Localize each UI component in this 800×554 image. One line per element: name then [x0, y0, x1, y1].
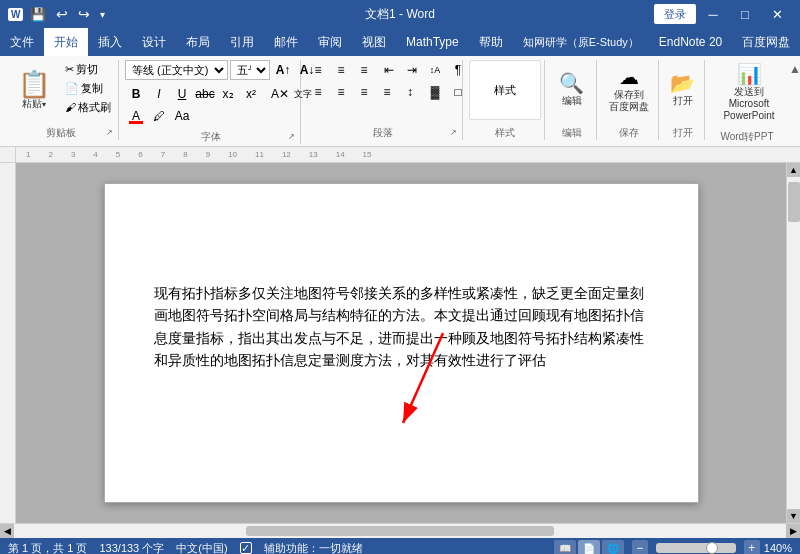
paragraph-content: ≡ ≡ ≡ ⇤ ⇥ ↕A ¶ ≡ ≡ ≡ ≡ ↕ ▓ □ — [307, 60, 458, 122]
vertical-ruler — [0, 163, 16, 523]
ruler-mark-6: 6 — [138, 150, 142, 159]
numbering-button[interactable]: ≡ — [330, 60, 352, 80]
subscript-button[interactable]: x₂ — [217, 84, 239, 104]
font-format-row: B I U abc x₂ x² A✕ 文字 — [125, 84, 314, 104]
justify-button[interactable]: ≡ — [376, 82, 398, 102]
scroll-right-button[interactable]: ▶ — [786, 524, 800, 538]
ruler-mark-8: 8 — [183, 150, 187, 159]
menu-review[interactable]: 审阅 — [308, 28, 352, 56]
menu-layout[interactable]: 布局 — [176, 28, 220, 56]
copy-button[interactable]: 📄 复制 — [62, 79, 114, 97]
align-center-button[interactable]: ≡ — [330, 82, 352, 102]
login-button[interactable]: 登录 — [654, 4, 696, 24]
menu-mathtype[interactable]: MathType — [396, 28, 469, 56]
menu-endnote[interactable]: EndNote 20 — [649, 28, 732, 56]
ribbon-collapse-button[interactable]: ▲ — [789, 62, 800, 76]
highlight-button[interactable]: 🖊 — [148, 106, 170, 126]
font-family-select[interactable]: 等线 (正文中文) — [125, 60, 228, 80]
save-to-baidu-button[interactable]: ☁ 保存到百度网盘 — [601, 60, 657, 120]
menu-help[interactable]: 帮助 — [469, 28, 513, 56]
line-spacing-button[interactable]: ↕ — [399, 82, 421, 102]
spelling-check-icon[interactable]: ✓ — [240, 542, 252, 554]
paste-button[interactable]: 📋 粘贴▾ — [8, 60, 60, 122]
restore-button[interactable]: □ — [730, 4, 760, 24]
menu-references[interactable]: 引用 — [220, 28, 264, 56]
ruler-mark-11: 11 — [255, 150, 264, 159]
send-to-ppt-button[interactable]: 📊 发送到Microsoft PowerPoint — [711, 60, 787, 126]
horizontal-scroll-thumb[interactable] — [246, 526, 555, 536]
clipboard-expand[interactable]: ↗ — [106, 128, 116, 138]
scroll-down-button[interactable]: ▼ — [787, 509, 801, 523]
clear-format-button[interactable]: A✕ — [269, 84, 291, 104]
word-icon: W — [8, 8, 23, 21]
ribbon-collapse-area: ▲ — [789, 60, 800, 76]
document-scroll-area[interactable]: 现有拓扑指标多仅关注地图符号邻接关系的多样性或紧凑性，缺乏更全面定量刻画地图符号… — [16, 163, 786, 523]
paste-label: 粘贴▾ — [22, 97, 46, 111]
language[interactable]: 中文(中国) — [176, 541, 227, 555]
format-painter-button[interactable]: 🖌 格式刷 — [62, 98, 114, 116]
menu-baidu[interactable]: 百度网盘 — [732, 28, 800, 56]
close-button[interactable]: ✕ — [762, 4, 792, 24]
styles-gallery[interactable]: 样式 — [469, 60, 541, 120]
menu-design[interactable]: 设计 — [132, 28, 176, 56]
zoom-slider[interactable] — [656, 543, 736, 553]
vertical-scrollbar[interactable]: ▲ ▼ — [786, 163, 800, 523]
menu-file[interactable]: 文件 — [0, 28, 44, 56]
zoom-in-button[interactable]: + — [744, 540, 760, 554]
minimize-button[interactable]: ─ — [698, 4, 728, 24]
menu-cnki[interactable]: 知网研学（原E-Study） — [513, 28, 649, 56]
zoom-thumb — [706, 542, 718, 554]
bullets-button[interactable]: ≡ — [307, 60, 329, 80]
decrease-indent-button[interactable]: ⇤ — [378, 60, 400, 80]
editing-button[interactable]: 🔍 编辑 — [551, 60, 592, 120]
undo-quick-btn[interactable]: ↩ — [53, 4, 71, 24]
font-increase-btn[interactable]: A↑ — [272, 60, 294, 80]
menu-insert[interactable]: 插入 — [88, 28, 132, 56]
status-left: 第 1 页，共 1 页 133/133 个字 中文(中国) ✓ 辅助功能：一切就… — [8, 541, 363, 555]
open-button[interactable]: 📂 打开 — [665, 60, 700, 120]
strikethrough-button[interactable]: abc — [194, 84, 216, 104]
accessibility[interactable]: 辅助功能：一切就绪 — [264, 541, 363, 555]
cut-button[interactable]: ✂ 剪切 — [62, 60, 114, 78]
font-expand[interactable]: ↗ — [288, 132, 298, 142]
font-size-select[interactable]: 五号 — [230, 60, 270, 80]
font-family-row: 等线 (正文中文) 五号 A↑ A↓ — [125, 60, 318, 80]
align-left-button[interactable]: ≡ — [307, 82, 329, 102]
menu-home[interactable]: 开始 — [44, 28, 88, 56]
styles-label: 样式 — [494, 83, 516, 98]
scroll-left-button[interactable]: ◀ — [0, 524, 14, 538]
ribbon-group-ppt: 📊 发送到Microsoft PowerPoint Word转PPT — [707, 60, 787, 144]
page-info[interactable]: 第 1 页，共 1 页 — [8, 541, 87, 555]
redo-quick-btn[interactable]: ↪ — [75, 4, 93, 24]
italic-button[interactable]: I — [148, 84, 170, 104]
read-view-button[interactable]: 📖 — [554, 540, 576, 554]
sort-button[interactable]: ↕A — [424, 60, 446, 80]
font-label: 字体 — [125, 128, 296, 144]
word-count[interactable]: 133/133 个字 — [99, 541, 164, 555]
font-aa-button[interactable]: Aa — [171, 106, 193, 126]
scroll-thumb[interactable] — [788, 182, 800, 222]
paragraph-expand[interactable]: ↗ — [450, 128, 460, 138]
zoom-level[interactable]: 140% — [764, 542, 792, 554]
increase-indent-button[interactable]: ⇥ — [401, 60, 423, 80]
editing-icon: 🔍 — [559, 73, 584, 93]
cut-label: 剪切 — [76, 62, 98, 77]
print-view-button[interactable]: 📄 — [578, 540, 600, 554]
scroll-up-button[interactable]: ▲ — [787, 163, 801, 177]
multilevel-button[interactable]: ≡ — [353, 60, 375, 80]
superscript-button[interactable]: x² — [240, 84, 262, 104]
align-right-button[interactable]: ≡ — [353, 82, 375, 102]
cut-icon: ✂ — [65, 63, 74, 76]
zoom-out-button[interactable]: − — [632, 540, 648, 554]
font-color-button[interactable]: A — [125, 106, 147, 126]
shading-button[interactable]: ▓ — [424, 82, 446, 102]
save-quick-btn[interactable]: 💾 — [27, 5, 49, 24]
menu-mail[interactable]: 邮件 — [264, 28, 308, 56]
bold-button[interactable]: B — [125, 84, 147, 104]
open-content: 📂 打开 — [665, 60, 700, 122]
underline-button[interactable]: U — [171, 84, 193, 104]
web-view-button[interactable]: 🌐 — [602, 540, 624, 554]
horizontal-scroll-area: ◀ ▶ — [0, 523, 800, 537]
menu-view[interactable]: 视图 — [352, 28, 396, 56]
customize-quick-btn[interactable]: ▾ — [97, 7, 108, 22]
